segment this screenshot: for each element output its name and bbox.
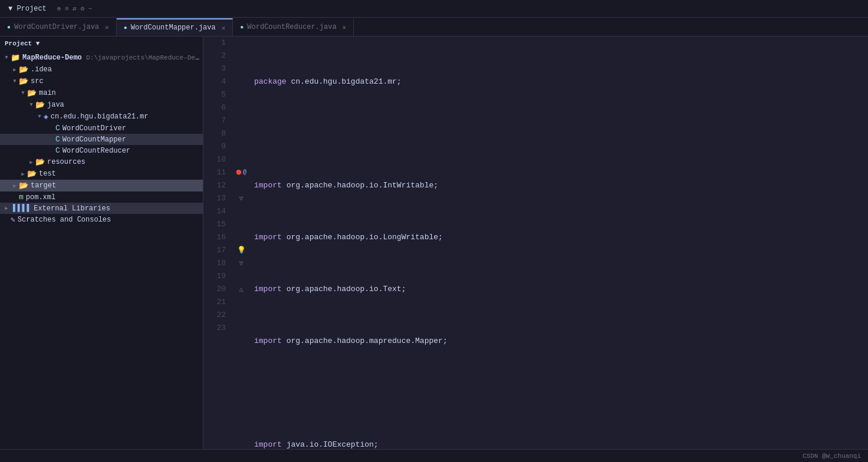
pom-label: pom.xml <box>26 193 55 202</box>
gutter-18: ▽ <box>233 257 249 270</box>
tab-bar: ● WordCountDriver.java ✕ ● WordCountMapp… <box>0 18 868 37</box>
resources-folder-icon: 📂 <box>35 157 45 167</box>
editor-area[interactable]: 1 2 3 4 5 6 7 8 9 10 11 12 13 14 15 16 1… <box>203 37 868 449</box>
tree-pom[interactable]: m pom.xml <box>0 192 203 203</box>
project-menu[interactable]: ▼ Project <box>5 4 50 14</box>
intention-bulb-17[interactable]: 💡 <box>237 244 246 257</box>
tree-mapper[interactable]: C WordCountMapper <box>0 134 203 145</box>
ln-15: 15 <box>203 218 226 231</box>
tab-mapper[interactable]: ● WordCountMapper.java ✕ <box>117 18 234 36</box>
main-content: Project ▼ ▼ 📁 MapReduce-Demo D:\javaproj… <box>0 37 868 449</box>
reducer-tree-label: WordCountReducer <box>63 147 130 155</box>
ln-16: 16 <box>203 231 226 244</box>
tree-driver[interactable]: C WordCountDriver <box>0 123 203 134</box>
gutter-19 <box>233 270 249 283</box>
gutter-1 <box>233 37 249 50</box>
project-folder-icon: 📁 <box>11 53 20 62</box>
tree-scratches[interactable]: ✎ Scratches and Consoles <box>0 214 203 226</box>
breakpoint-dot[interactable]: 🔴 <box>236 166 242 179</box>
tree-resources[interactable]: ▶ 📂 resources <box>0 156 203 168</box>
ln-18: 18 <box>203 257 226 270</box>
ln-13: 13 <box>203 192 226 205</box>
main-label: main <box>39 89 56 97</box>
gutter-2 <box>233 50 249 62</box>
mapper-icon: ● <box>124 25 127 31</box>
gutter-area: 🔴 @ ▽ 💡 ▽ △ <box>233 37 249 449</box>
ln-2: 2 <box>203 50 226 62</box>
target-label: target <box>31 182 56 190</box>
tree-reducer[interactable]: C WordCountReducer <box>0 145 203 156</box>
gutter-10 <box>233 153 249 166</box>
gutter-12 <box>233 179 249 192</box>
main-arrow: ▼ <box>19 90 27 96</box>
gutter-5 <box>233 88 249 101</box>
collapse-arrow-20[interactable]: △ <box>239 283 244 296</box>
ln-21: 21 <box>203 296 226 309</box>
tree-test[interactable]: ▶ 📂 test <box>0 168 203 180</box>
gutter-13: ▽ <box>233 192 249 205</box>
gutter-3 <box>233 62 249 75</box>
package-label: cn.edu.hgu.bigdata21.mr <box>51 113 149 121</box>
reducer-class-icon: C <box>55 146 60 155</box>
idea-arrow: ▶ <box>11 67 19 73</box>
tree-root-label: MapReduce-Demo D:\javaprojects\MapReduce… <box>22 54 203 62</box>
code-line-6: import org.apache.hadoop.mapreduce.Mappe… <box>254 335 868 348</box>
collapse-arrow-18[interactable]: ▽ <box>239 257 244 270</box>
code-content[interactable]: package cn.edu.hgu.bigdata21.mr; import … <box>249 37 868 449</box>
package-icon: ◈ <box>44 112 48 121</box>
tree-target[interactable]: ▶ 📂 target <box>0 180 203 192</box>
code-line-1: package cn.edu.hgu.bigdata21.mr; <box>254 75 868 88</box>
top-bar: ▼ Project ⊕ ≡ ⇄ ⚙ − <box>0 0 868 18</box>
tab-reducer-close[interactable]: ✕ <box>343 24 347 31</box>
gutter-4 <box>233 75 249 88</box>
code-line-4: import org.apache.hadoop.io.LongWritable… <box>254 231 868 244</box>
tree-main[interactable]: ▼ 📂 main <box>0 87 203 99</box>
gutter-16 <box>233 231 249 244</box>
collapse-arrow-13[interactable]: ▽ <box>239 192 244 205</box>
tree-package[interactable]: ▼ ◈ cn.edu.hgu.bigdata21.mr <box>0 111 203 123</box>
java-folder-icon: 📂 <box>35 100 45 110</box>
pom-icon: m <box>19 193 24 202</box>
code-line-3: import org.apache.hadoop.io.IntWritable; <box>254 179 868 192</box>
gutter-11[interactable]: 🔴 @ <box>233 166 249 179</box>
tree-src[interactable]: ▼ 📂 src <box>0 75 203 87</box>
src-folder-icon: 📂 <box>19 77 28 86</box>
gutter-6 <box>233 101 249 114</box>
reducer-icon: ● <box>240 24 244 31</box>
tree-idea[interactable]: ▶ 📂 .idea <box>0 64 203 75</box>
sidebar: Project ▼ ▼ 📁 MapReduce-Demo D:\javaproj… <box>0 37 203 449</box>
ln-6: 6 <box>203 101 226 114</box>
gutter-22 <box>233 309 249 322</box>
tab-mapper-close[interactable]: ✕ <box>222 24 226 32</box>
sidebar-header: Project ▼ <box>0 37 203 51</box>
gutter-21 <box>233 296 249 309</box>
code-line-8: import java.io.IOException; <box>254 438 868 449</box>
toolbar-icons: ⊕ ≡ ⇄ ⚙ − <box>57 5 92 12</box>
ln-9: 9 <box>203 140 226 153</box>
ln-19: 19 <box>203 270 226 283</box>
driver-class-icon: C <box>55 124 60 133</box>
tab-reducer[interactable]: ● WordCountReducer.java ✕ <box>233 18 354 36</box>
src-label: src <box>31 77 44 85</box>
resources-label: resources <box>47 158 86 166</box>
extlibs-icon: ▐▐▐▐ <box>11 204 29 213</box>
gutter-20: △ <box>233 283 249 296</box>
tab-mapper-label: WordCountMapper.java <box>131 24 216 32</box>
tree-root[interactable]: ▼ 📁 MapReduce-Demo D:\javaprojects\MapRe… <box>0 52 203 64</box>
override-icon: @ <box>243 166 246 179</box>
ln-11: 11 <box>203 166 226 179</box>
target-arrow: ▶ <box>11 183 19 189</box>
tab-driver-close[interactable]: ✕ <box>105 24 109 31</box>
resources-arrow: ▶ <box>27 159 35 166</box>
idea-label: .idea <box>31 65 52 74</box>
gutter-17[interactable]: 💡 <box>233 244 249 257</box>
tree-root-arrow: ▼ <box>2 55 11 61</box>
tree-extlibs[interactable]: ▶ ▐▐▐▐ External Libraries <box>0 203 203 214</box>
ln-7: 7 <box>203 114 226 127</box>
ln-23: 23 <box>203 322 226 335</box>
line-numbers: 1 2 3 4 5 6 7 8 9 10 11 12 13 14 15 16 1… <box>203 37 233 449</box>
tab-driver[interactable]: ● WordCountDriver.java ✕ <box>0 18 117 36</box>
ln-12: 12 <box>203 179 226 192</box>
java-label: java <box>47 101 64 109</box>
tree-java[interactable]: ▼ 📂 java <box>0 99 203 111</box>
